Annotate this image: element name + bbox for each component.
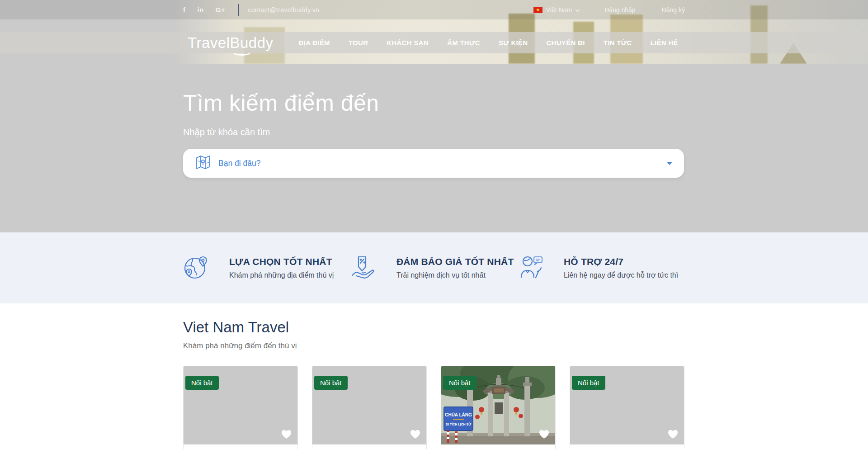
feature-description: Trải nghiệm dịch vụ tốt nhất — [396, 271, 514, 279]
main-navigation: ĐỊA ĐIỂM TOUR KHÁCH SẠN ẨM THỰC SỰ KIỆN … — [299, 39, 678, 47]
card-location: Hà Nội — [570, 444, 684, 449]
destination-search-select[interactable]: Bạn đi đâu? — [183, 149, 684, 178]
facebook-icon[interactable]: f — [183, 6, 186, 14]
nav-item-su-kien[interactable]: SỰ KIỆN — [499, 39, 528, 47]
section-subtitle: Khám phá những điểm đến thú vị — [183, 341, 685, 350]
feature-description: Khám phá những địa điểm thú vị — [229, 271, 334, 279]
logo-smile-icon — [231, 47, 252, 56]
nav-item-dia-diem[interactable]: ĐỊA ĐIỂM — [299, 39, 330, 47]
nav-item-khach-san[interactable]: KHÁCH SẠN — [387, 39, 429, 47]
nav-item-am-thuc[interactable]: ẨM THỰC — [447, 39, 480, 47]
featured-badge: Nổi bật — [572, 376, 605, 390]
navbar: TravelBuddy ĐỊA ĐIỂM TOUR KHÁCH SẠN ẨM T… — [0, 32, 868, 53]
destination-card[interactable]: CHÙA LÁNG DI TÍCH LỊCH SỬ Nổi bật — [441, 366, 556, 449]
features-strip: LỰA CHỌN TỐT NHẤT Khám phá những địa điể… — [0, 232, 868, 303]
card-location: Thành phố Hồ Chí Minh — [312, 444, 426, 449]
section-title: Viet Nam Travel — [183, 319, 685, 336]
card-image-placeholder: Nổi bật — [570, 366, 684, 444]
hero-section: Tìm kiếm điểm đến Nhập từ khóa cần tìm B… — [0, 64, 868, 232]
feature-support: HỖ TRỢ 24/7 Liên hệ ngay để được hỗ trợ … — [518, 254, 685, 282]
card-image-placeholder: Nổi bật — [184, 366, 297, 444]
nav-item-chuyen-di[interactable]: CHUYẾN ĐI — [546, 39, 585, 47]
logo-text: TravelBuddy — [188, 34, 274, 51]
search-placeholder-text: Bạn đi đâu? — [218, 159, 260, 168]
map-icon — [195, 154, 211, 172]
card-image-temple: CHÙA LÁNG DI TÍCH LỊCH SỬ Nổi bật — [441, 366, 555, 444]
site-logo[interactable]: TravelBuddy — [188, 34, 274, 52]
site-header: f in G+ contact@travelbuddy.vn ★ Việt Na… — [0, 0, 868, 64]
language-label: Việt Nam — [546, 6, 572, 14]
hero-subtitle: Nhập từ khóa cần tìm — [183, 127, 685, 137]
linkedin-icon[interactable]: in — [198, 6, 204, 14]
destination-card[interactable]: Nổi bật Thành phố Hồ Chí Minh — [312, 366, 427, 449]
card-location: Hà Nội — [441, 444, 555, 449]
login-button[interactable]: Đăng nhập — [604, 6, 636, 14]
contact-email-link[interactable]: contact@travelbuddy.vn — [248, 6, 319, 14]
nav-item-tin-tuc[interactable]: TIN TỨC — [604, 39, 632, 47]
hero-title: Tìm kiếm điểm đến — [183, 90, 685, 116]
language-selector[interactable]: ★ Việt Nam — [533, 6, 580, 14]
temple-sign-line1: CHÙA LÁNG — [445, 412, 472, 417]
nav-item-tour[interactable]: TOUR — [349, 39, 368, 47]
featured-badge: Nổi bật — [185, 376, 219, 390]
vietnam-flag-icon: ★ — [533, 7, 542, 13]
favorite-heart-icon[interactable] — [281, 430, 292, 439]
favorite-heart-icon[interactable] — [410, 430, 420, 439]
destination-card[interactable]: Nổi bật Đà Lạt — [183, 366, 298, 449]
favorite-heart-icon[interactable] — [668, 430, 678, 439]
feature-title: ĐẢM BẢO GIÁ TỐT NHẤT — [396, 256, 514, 267]
card-location: Đà Lạt — [184, 444, 297, 449]
temple-sign-line2: DI TÍCH LỊCH SỬ — [446, 422, 471, 426]
destination-cards: Nổi bật Đà Lạt Nổi bật — [183, 366, 685, 449]
topbar: f in G+ contact@travelbuddy.vn ★ Việt Na… — [0, 0, 868, 19]
select-caret-icon — [667, 162, 672, 165]
nav-item-lien-he[interactable]: LIÊN HỆ — [651, 39, 678, 47]
support-agent-icon — [518, 254, 544, 282]
destinations-section: Viet Nam Travel Khám phá những điểm đến … — [0, 303, 868, 449]
hand-discount-icon — [350, 254, 377, 282]
feature-title: LỰA CHỌN TỐT NHẤT — [229, 256, 334, 267]
topbar-divider — [238, 4, 239, 16]
destination-card[interactable]: Nổi bật Hà Nội — [570, 366, 684, 449]
favorite-heart-icon[interactable] — [539, 430, 549, 439]
globe-pins-icon — [183, 254, 209, 282]
feature-title: HỖ TRỢ 24/7 — [564, 256, 678, 267]
featured-badge: Nổi bật — [314, 376, 348, 390]
card-image-placeholder: Nổi bật — [312, 366, 426, 444]
chevron-down-icon — [575, 6, 580, 14]
google-plus-icon[interactable]: G+ — [216, 6, 225, 14]
featured-badge: Nổi bật — [443, 376, 476, 390]
feature-best-choice: LỰA CHỌN TỐT NHẤT Khám phá những địa điể… — [183, 254, 350, 282]
feature-best-price: ĐẢM BẢO GIÁ TỐT NHẤT Trải nghiệm dịch vụ… — [350, 254, 518, 282]
register-button[interactable]: Đăng ký — [662, 6, 685, 14]
feature-description: Liên hệ ngay để được hỗ trợ tức thì — [564, 271, 678, 279]
